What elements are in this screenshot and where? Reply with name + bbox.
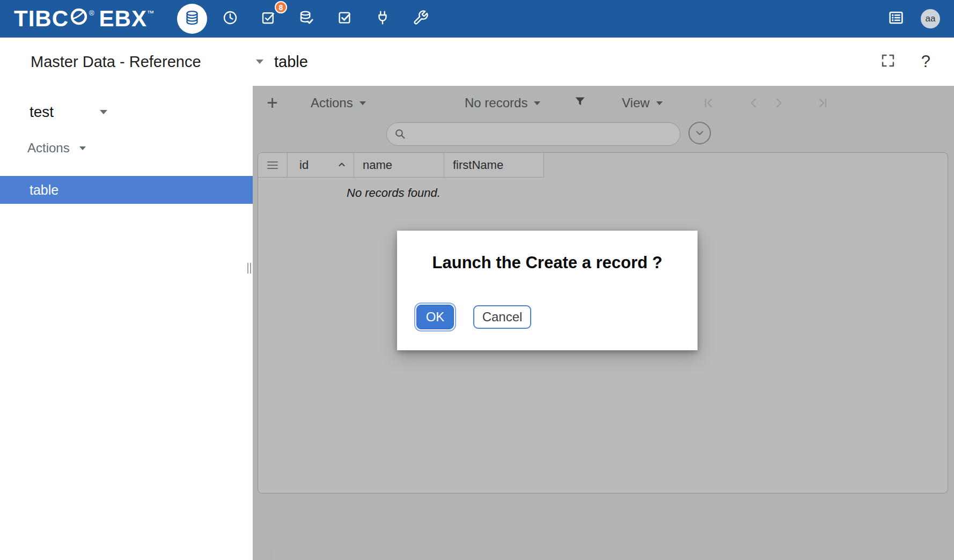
top-navigation: 8 [177,4,436,34]
wrench-icon [413,10,429,28]
session-list-button[interactable] [887,9,905,28]
breadcrumb: Master Data - Reference [31,53,201,71]
dialog-buttons: OK Cancel [416,305,531,329]
tibco-ebx-logo: TIBC ® EBX ™ [14,6,155,32]
nav-integration-button[interactable] [368,4,398,34]
chevron-down-icon [100,110,107,114]
nav-data-button[interactable] [177,4,207,34]
database-check-icon [298,10,314,28]
confirmation-dialog: Launch the Create a record ? OK Cancel [397,231,698,350]
ebx-application: TIBC ® EBX ™ 8 [0,0,954,560]
task-check-icon [260,10,276,28]
sidebar-item-table[interactable]: table [0,176,253,204]
registered-mark: ® [89,9,95,17]
sidebar: test Actions table [0,86,253,560]
page-header-actions: ? [880,52,930,71]
trademark-mark: ™ [147,9,155,17]
nav-validation-button[interactable] [329,4,359,34]
check-square-icon [336,10,353,28]
topbar-right: aa [887,9,940,28]
pane-splitter-handle[interactable] [247,263,251,274]
chevron-down-icon [79,146,86,150]
ok-button[interactable]: OK [416,305,454,329]
nav-history-button[interactable] [215,4,245,34]
database-icon [184,10,200,28]
plug-icon [375,10,391,28]
chevron-down-icon [256,60,263,64]
nav-administration-button[interactable] [406,4,436,34]
topbar: TIBC ® EBX ™ 8 [0,0,954,38]
dataset-label: test [30,104,54,121]
sidebar-actions-menu[interactable]: Actions [0,137,86,159]
help-button[interactable]: ? [921,52,930,71]
fullscreen-icon[interactable] [880,53,896,70]
dataset-selector[interactable]: test [0,100,107,124]
dialog-title: Launch the Create a record ? [397,231,698,272]
cancel-button[interactable]: Cancel [473,305,531,329]
clock-icon [222,10,238,28]
dataspace-selector[interactable]: Master Data - Reference [31,53,263,71]
sidebar-actions-label: Actions [27,141,70,156]
user-avatar[interactable]: aa [921,9,940,28]
nav-data-services-button[interactable] [291,4,321,34]
sidebar-item-label: table [30,182,58,198]
tibco-o-swirl-icon [69,6,89,32]
logo-tibco-text: TIBC [14,6,69,32]
logo-ebx-text: EBX [99,6,147,32]
page-header: Master Data - Reference table ? [0,38,954,86]
page-title: table [274,53,308,71]
nav-workflow-button[interactable]: 8 [253,4,283,34]
workflow-badge: 8 [275,1,287,13]
